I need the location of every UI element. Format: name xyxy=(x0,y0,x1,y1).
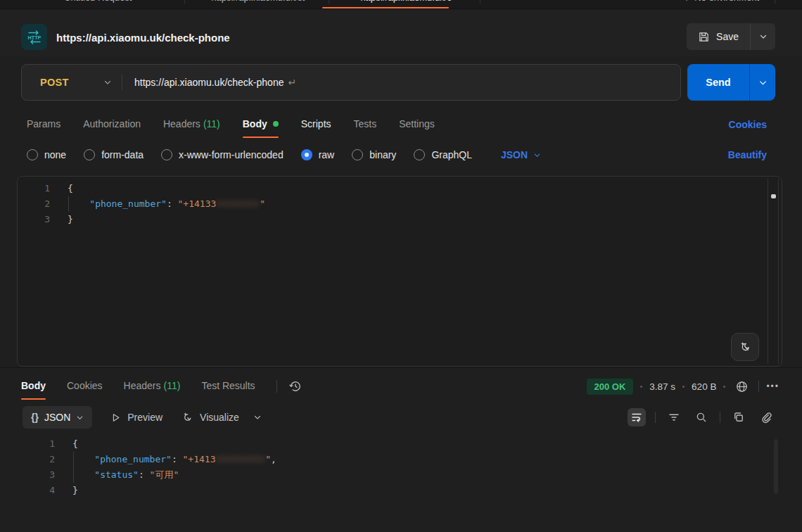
new-tab-button[interactable]: + xyxy=(486,0,504,4)
method-badge-post: POST xyxy=(335,0,355,1)
token-key: "phone_number" xyxy=(94,454,172,464)
separator-dot xyxy=(640,386,642,388)
chevron-down-icon xyxy=(76,414,84,422)
return-symbol: ↵ xyxy=(288,77,296,88)
response-size: 620 B xyxy=(692,381,716,392)
body-mode-label: raw xyxy=(319,149,335,160)
url-value: https://api.xiaomu.uk/check-phone xyxy=(134,77,284,88)
redacted-value: •••••••• xyxy=(216,454,266,464)
body-mode-binary[interactable]: binary xyxy=(352,149,396,160)
radio-icon xyxy=(352,149,363,160)
environment-selector[interactable]: No environment xyxy=(679,0,759,3)
code-content: { xyxy=(72,436,78,452)
svg-text:HTTP: HTTP xyxy=(27,34,41,40)
save-button-group: Save xyxy=(687,23,775,50)
beautify-link[interactable]: Beautify xyxy=(728,149,767,160)
postbot-ai-button[interactable] xyxy=(731,333,759,361)
code-line: 1{ xyxy=(18,181,782,196)
tab-scripts[interactable]: Scripts xyxy=(301,118,331,131)
divider xyxy=(758,381,759,392)
request-body-editor[interactable]: 1{2 "phone_number": "+14133•••••••"3} xyxy=(17,176,782,367)
line-number: 3 xyxy=(18,212,50,227)
tab-body-label: Body xyxy=(243,118,267,129)
tab-label: https://api.xiaomu.uk/st xyxy=(211,0,305,3)
response-scrollbar-thumb[interactable] xyxy=(774,439,778,494)
code-content: } xyxy=(72,483,78,498)
response-body-viewer[interactable]: 1{2 "phone_number": "+1413••••••••",3 "s… xyxy=(17,435,785,532)
token-str: " xyxy=(265,454,271,464)
wrap-text-icon[interactable] xyxy=(628,408,646,426)
chevron-down-icon[interactable] xyxy=(253,413,262,422)
visualize-button[interactable]: Visualize xyxy=(181,411,239,424)
request-tabs: Params Authorization Headers(11) Body Sc… xyxy=(0,111,802,138)
token-ws xyxy=(68,198,89,209)
code-content: "status": "可用" xyxy=(72,467,179,483)
link-icon[interactable] xyxy=(757,408,775,426)
request-tab-active[interactable]: POST https://api.xiaomu.uk/c xyxy=(335,0,474,3)
chevron-down-icon xyxy=(758,78,768,87)
tab-authorization[interactable]: Authorization xyxy=(83,118,141,131)
headers-count-badge: (11) xyxy=(164,380,181,391)
code-line: 4} xyxy=(17,483,785,498)
body-modified-dot xyxy=(273,121,279,127)
search-icon[interactable] xyxy=(692,408,711,426)
editor-scrollbar-thumb[interactable] xyxy=(771,194,776,198)
headers-count-badge: (11) xyxy=(203,118,220,129)
globe-icon[interactable] xyxy=(732,377,751,396)
save-options-button[interactable] xyxy=(750,23,775,50)
indent-guide xyxy=(73,452,74,467)
method-badge-get: GET xyxy=(191,0,206,1)
separator-dot xyxy=(723,386,725,388)
line-number: 2 xyxy=(17,452,55,467)
body-mode-label: x-www-form-urlencoded xyxy=(179,149,284,160)
tab-tests[interactable]: Tests xyxy=(354,118,377,131)
tab-headers[interactable]: Headers(11) xyxy=(163,118,220,131)
body-mode-raw[interactable]: raw xyxy=(301,149,335,160)
visualize-label: Visualize xyxy=(200,412,239,423)
tab-params[interactable]: Params xyxy=(27,118,61,131)
more-options-icon[interactable]: ••• xyxy=(766,381,779,391)
request-tab-2[interactable]: GET https://api.xiaomu.uk/st xyxy=(191,0,323,3)
code-line: 1{ xyxy=(17,436,785,452)
response-tab-headers[interactable]: Headers(11) xyxy=(124,380,181,393)
visualize-sparkle-icon xyxy=(181,411,193,424)
code-content: "phone_number": "+1413••••••••", xyxy=(72,452,276,467)
response-tabs: Body Cookies Headers(11) Test Results 20… xyxy=(0,373,802,400)
response-tab-headers-label: Headers xyxy=(124,380,161,391)
body-mode-none[interactable]: none xyxy=(27,149,66,160)
cookies-link[interactable]: Cookies xyxy=(729,119,767,130)
preview-button[interactable]: Preview xyxy=(110,412,163,423)
play-icon xyxy=(110,412,121,423)
send-button[interactable]: Send xyxy=(687,64,749,101)
token-ws xyxy=(72,454,94,464)
url-bar-divider xyxy=(122,75,122,90)
divider xyxy=(655,412,656,423)
response-divider xyxy=(0,367,802,368)
filter-icon[interactable] xyxy=(665,408,683,426)
token-punct: : xyxy=(167,198,178,209)
editor-scrollbar[interactable] xyxy=(768,179,779,364)
token-punct: } xyxy=(72,485,78,495)
token-str: "可用" xyxy=(150,469,179,480)
tab-active-underline xyxy=(21,398,46,400)
response-tab-body[interactable]: Body xyxy=(21,380,46,393)
url-input[interactable]: https://api.xiaomu.uk/check-phone↵ xyxy=(134,77,296,88)
body-mode-form-data[interactable]: form-data xyxy=(84,149,144,160)
preview-label: Preview xyxy=(127,412,163,423)
tab-label: Untitled Request xyxy=(64,0,132,3)
send-options-button[interactable] xyxy=(749,64,775,101)
body-mode-urlencoded[interactable]: x-www-form-urlencoded xyxy=(161,149,284,160)
save-button[interactable]: Save xyxy=(687,23,750,50)
method-select[interactable]: POST xyxy=(22,77,122,88)
body-mode-graphql[interactable]: GraphQL xyxy=(414,149,472,160)
response-format-select[interactable]: {} JSON xyxy=(23,406,92,429)
copy-icon[interactable] xyxy=(730,408,748,426)
history-icon[interactable] xyxy=(288,379,303,393)
tab-settings[interactable]: Settings xyxy=(399,118,435,131)
raw-language-select[interactable]: JSON xyxy=(501,149,541,160)
response-tab-cookies[interactable]: Cookies xyxy=(67,380,103,393)
tab-body[interactable]: Body xyxy=(243,118,279,131)
request-tab-untitled[interactable]: GET Untitled Request xyxy=(44,0,179,3)
response-tab-test-results[interactable]: Test Results xyxy=(201,380,255,393)
radio-icon xyxy=(84,149,95,160)
